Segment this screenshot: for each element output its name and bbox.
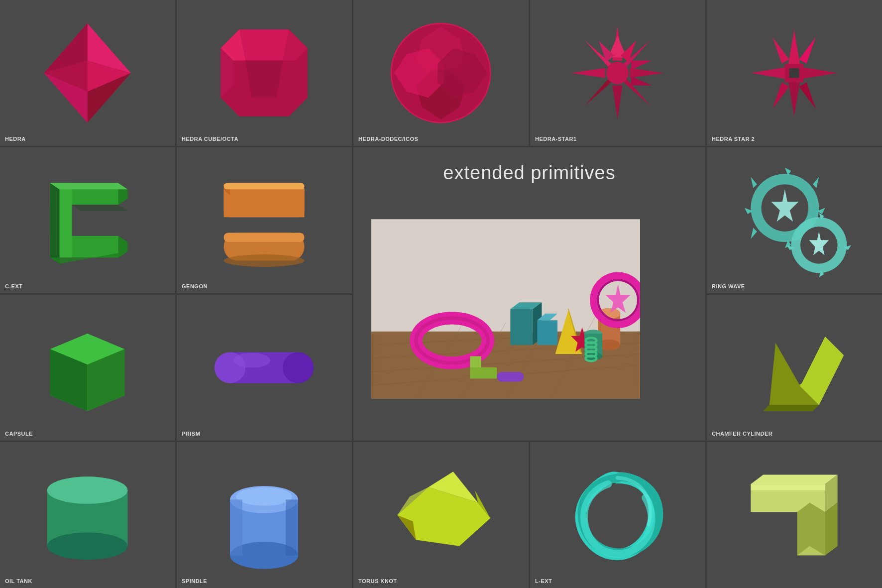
svg-marker-110 xyxy=(813,177,819,188)
svg-marker-46 xyxy=(772,82,789,109)
svg-marker-8 xyxy=(239,29,289,60)
featured-scene xyxy=(371,216,687,436)
svg-marker-43 xyxy=(799,37,816,64)
svg-marker-33 xyxy=(788,29,801,67)
svg-marker-31 xyxy=(631,76,652,86)
cell-chamfer-cylinder[interactable]: OIL TANK xyxy=(0,442,175,588)
cell-oil-tank[interactable]: SPINDLE xyxy=(177,442,352,588)
svg-rect-77 xyxy=(510,309,533,345)
ring-wave-label: RING WAVE xyxy=(712,283,745,289)
svg-marker-34 xyxy=(788,79,801,117)
svg-marker-157 xyxy=(825,503,838,556)
svg-rect-94 xyxy=(497,372,524,382)
svg-point-139 xyxy=(47,532,128,560)
c-ext-label: C-EXT xyxy=(5,283,23,289)
hedra-cube-octa-label: HEDRA CUBE/OCTA xyxy=(182,136,238,142)
cell-capsule[interactable]: PRISM xyxy=(177,295,352,441)
gengon-label: GENGON xyxy=(182,283,208,289)
svg-marker-30 xyxy=(631,61,652,70)
torus-knot-label: L-EXT xyxy=(535,578,552,584)
cell-spindle[interactable]: TORUS KNOT xyxy=(353,442,529,588)
chamfer-box-label: CAPSULE xyxy=(5,431,33,437)
svg-marker-52 xyxy=(50,183,60,264)
svg-point-140 xyxy=(47,476,128,504)
svg-rect-146 xyxy=(286,499,299,555)
svg-marker-136 xyxy=(764,405,819,411)
svg-point-143 xyxy=(236,487,292,505)
svg-point-131 xyxy=(233,353,271,368)
cell-hedra-star1[interactable]: HEDRA-STAR1 xyxy=(530,0,705,146)
svg-rect-93 xyxy=(470,356,481,368)
cell-gengon[interactable]: GENGON xyxy=(177,147,352,293)
hedra-star2-label: HEDRA STAR 2 xyxy=(712,136,755,142)
svg-rect-158 xyxy=(751,484,825,490)
svg-marker-56 xyxy=(72,205,128,211)
cell-torus-knot[interactable]: L-EXT xyxy=(530,442,705,588)
featured-title: extended primitives xyxy=(443,162,615,184)
svg-rect-42 xyxy=(789,68,799,78)
cell-ring-wave[interactable]: RING WAVE xyxy=(707,147,882,293)
svg-marker-21 xyxy=(571,68,605,78)
svg-point-32 xyxy=(607,62,629,84)
svg-marker-44 xyxy=(772,37,789,64)
svg-marker-153 xyxy=(751,475,838,484)
svg-marker-36 xyxy=(800,67,838,79)
cell-chamfer-box[interactable]: CAPSULE xyxy=(0,295,175,441)
svg-marker-58 xyxy=(224,189,305,217)
prism-label: CHAMFER CYLINDER xyxy=(712,431,772,437)
svg-rect-62 xyxy=(224,233,305,242)
svg-marker-25 xyxy=(585,79,612,106)
svg-marker-22 xyxy=(630,68,664,78)
capsule-label: PRISM xyxy=(182,431,200,437)
cell-hedra-star2[interactable]: HEDRA STAR 2 xyxy=(707,0,882,146)
svg-marker-53 xyxy=(50,183,128,189)
cell-l-ext[interactable] xyxy=(707,442,882,588)
svg-point-63 xyxy=(224,254,305,267)
cell-prism[interactable]: CHAMFER CYLINDER xyxy=(707,295,882,441)
hedra-dodec-icos-label: HEDRA-DODEC/ICOS xyxy=(358,136,418,142)
cell-c-ext[interactable]: C-EXT xyxy=(0,147,175,293)
svg-marker-20 xyxy=(613,85,623,119)
svg-marker-111 xyxy=(751,228,757,238)
hedra-star1-label: HEDRA-STAR1 xyxy=(535,136,577,142)
cell-hedra-cube-octa[interactable]: HEDRA CUBE/OCTA xyxy=(177,0,352,146)
svg-marker-109 xyxy=(751,177,757,188)
oil-tank-label: SPINDLE xyxy=(182,578,207,584)
cell-hedra[interactable]: HEDRA xyxy=(0,0,175,146)
svg-marker-45 xyxy=(799,82,816,109)
svg-marker-10 xyxy=(246,61,283,98)
svg-rect-92 xyxy=(470,367,497,379)
svg-point-130 xyxy=(283,352,314,383)
cell-hedra-dodec-icos[interactable]: HEDRA-DODEC/ICOS xyxy=(353,0,529,146)
main-grid: HEDRA HEDRA CUBE/OCTA xyxy=(0,0,882,588)
svg-rect-60 xyxy=(224,183,305,189)
spindle-label: TORUS KNOT xyxy=(358,578,397,584)
svg-rect-145 xyxy=(230,499,243,555)
svg-marker-35 xyxy=(751,67,788,79)
hedra-label: HEDRA xyxy=(5,136,26,142)
cell-featured: extended primitives xyxy=(353,147,705,441)
svg-rect-80 xyxy=(537,321,557,346)
chamfer-cylinder-label: OIL TANK xyxy=(5,578,32,584)
